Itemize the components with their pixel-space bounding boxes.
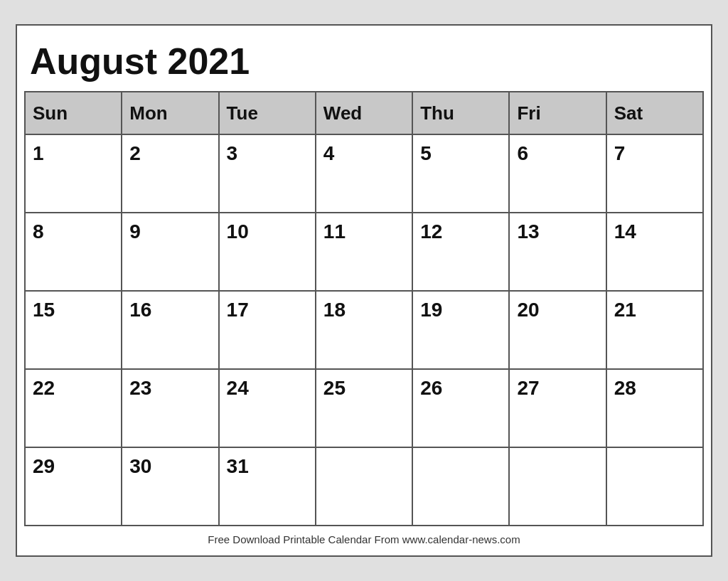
- empty-cell: [509, 447, 606, 526]
- day-header-sun: Sun: [25, 92, 122, 134]
- day-cell-10: 10: [219, 213, 316, 291]
- day-cell-14: 14: [606, 213, 703, 291]
- day-cell-27: 27: [509, 369, 606, 447]
- day-cell-8: 8: [25, 213, 122, 291]
- day-cell-23: 23: [122, 369, 218, 447]
- day-cell-3: 3: [219, 134, 316, 213]
- day-header-sat: Sat: [606, 92, 703, 134]
- day-cell-21: 21: [606, 291, 703, 369]
- empty-cell: [316, 447, 412, 526]
- day-cell-19: 19: [412, 291, 509, 369]
- day-cell-31: 31: [219, 447, 316, 526]
- day-header-tue: Tue: [219, 92, 316, 134]
- day-cell-11: 11: [316, 213, 412, 291]
- empty-cell: [412, 447, 509, 526]
- day-cell-4: 4: [316, 134, 412, 213]
- day-header-mon: Mon: [122, 92, 218, 134]
- day-cell-6: 6: [509, 134, 606, 213]
- week-row-3: 15161718192021: [25, 291, 703, 369]
- footer-text: Free Download Printable Calendar From ww…: [24, 526, 704, 548]
- day-cell-29: 29: [25, 447, 122, 526]
- day-cell-25: 25: [316, 369, 412, 447]
- day-cell-22: 22: [25, 369, 122, 447]
- day-cell-13: 13: [509, 213, 606, 291]
- day-cell-30: 30: [122, 447, 218, 526]
- week-row-5: 293031: [25, 447, 703, 526]
- day-cell-5: 5: [412, 134, 509, 213]
- day-cell-7: 7: [606, 134, 703, 213]
- day-cell-28: 28: [606, 369, 703, 447]
- day-cell-1: 1: [25, 134, 122, 213]
- empty-cell: [606, 447, 703, 526]
- day-header-row: SunMonTueWedThuFriSat: [25, 92, 703, 134]
- day-header-thu: Thu: [412, 92, 509, 134]
- day-header-fri: Fri: [509, 92, 606, 134]
- day-cell-12: 12: [412, 213, 509, 291]
- day-cell-16: 16: [122, 291, 218, 369]
- calendar-container: August 2021 SunMonTueWedThuFriSat 123456…: [16, 24, 712, 557]
- week-row-4: 22232425262728: [25, 369, 703, 447]
- day-cell-9: 9: [122, 213, 218, 291]
- day-cell-2: 2: [122, 134, 218, 213]
- calendar-title: August 2021: [24, 33, 704, 91]
- day-header-wed: Wed: [316, 92, 412, 134]
- week-row-2: 891011121314: [25, 213, 703, 291]
- calendar-table: SunMonTueWedThuFriSat 123456789101112131…: [24, 91, 704, 526]
- day-cell-26: 26: [412, 369, 509, 447]
- day-cell-24: 24: [219, 369, 316, 447]
- day-cell-15: 15: [25, 291, 122, 369]
- day-cell-20: 20: [509, 291, 606, 369]
- day-cell-17: 17: [219, 291, 316, 369]
- day-cell-18: 18: [316, 291, 412, 369]
- week-row-1: 1234567: [25, 134, 703, 213]
